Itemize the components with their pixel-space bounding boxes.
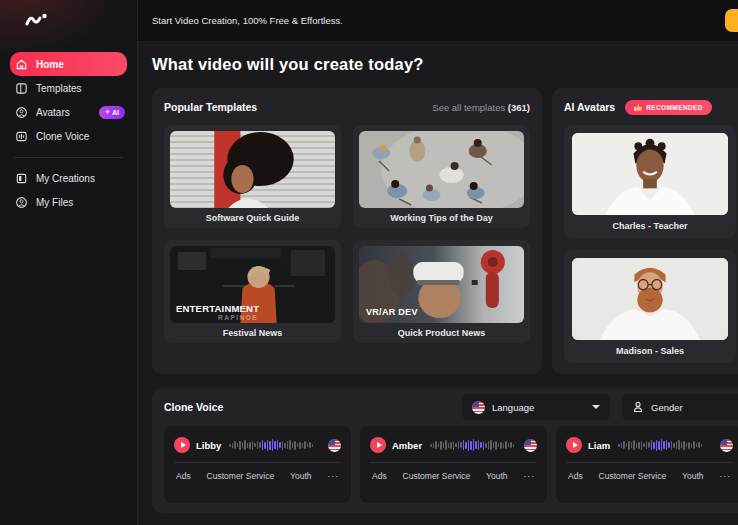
sidebar-item-clone-voice[interactable]: Clone Voice bbox=[0, 124, 137, 148]
voice-tag: Customer Service bbox=[207, 471, 275, 481]
section-title: Clone Voice bbox=[164, 401, 223, 413]
template-caption: Software Quick Guide bbox=[170, 208, 335, 228]
sidebar-item-label: My Creations bbox=[36, 173, 95, 184]
section-title: AI Avatars bbox=[564, 101, 615, 113]
see-all-templates-link[interactable]: See all templates (361) bbox=[432, 102, 530, 113]
voice-tag: Ads bbox=[568, 471, 583, 481]
section-title: Popular Templates bbox=[164, 101, 257, 113]
language-dropdown[interactable]: Language bbox=[462, 394, 610, 420]
sidebar: Home Templates Avatars ✦ AI bbox=[0, 0, 138, 525]
template-grid: Software Quick Guide bbox=[164, 125, 530, 343]
avatar-caption: Madison - Sales bbox=[572, 340, 728, 363]
template-thumbnail: ENTERTAINMENT RAPINOE bbox=[170, 246, 335, 323]
gender-dropdown-label: Gender bbox=[651, 402, 683, 413]
person-icon bbox=[632, 401, 644, 413]
voice-card-amber[interactable]: Amber Ads Customer Service Youth ··· bbox=[360, 426, 547, 503]
template-card-quick-product-news[interactable]: VR/AR DEV Quick Product News bbox=[353, 240, 530, 343]
more-tags-button[interactable]: ··· bbox=[327, 471, 339, 481]
divider bbox=[370, 462, 537, 463]
avatar-grid: Charles - Teacher Mad bbox=[564, 125, 738, 363]
voice-tag: Ads bbox=[372, 471, 387, 481]
thumbnail-overlay-text: VR/AR DEV bbox=[366, 307, 418, 317]
voice-card-row: Libby Ads Customer Service Youth ··· Amb… bbox=[164, 426, 738, 503]
more-tags-button[interactable]: ··· bbox=[719, 471, 731, 481]
sidebar-item-label: Templates bbox=[36, 83, 82, 94]
ai-avatars-panel: AI Avatars RECOMMENDED bbox=[552, 88, 738, 374]
sidebar-item-templates[interactable]: Templates bbox=[0, 76, 137, 100]
sidebar-item-home[interactable]: Home bbox=[10, 52, 127, 76]
template-card-festival-news[interactable]: ENTERTAINMENT RAPINOE Festival News bbox=[164, 240, 341, 343]
template-card-software-quick-guide[interactable]: Software Quick Guide bbox=[164, 125, 341, 228]
templates-icon bbox=[15, 82, 28, 95]
template-caption: Working Tips of the Day bbox=[359, 208, 524, 228]
voice-waveform bbox=[430, 438, 516, 452]
sidebar-item-avatars[interactable]: Avatars ✦ AI bbox=[0, 100, 137, 124]
my-creations-icon bbox=[15, 172, 28, 185]
avatar-card-charles[interactable]: Charles - Teacher bbox=[564, 125, 736, 238]
home-icon bbox=[15, 58, 28, 71]
upgrade-button[interactable] bbox=[725, 9, 738, 32]
voice-card-libby[interactable]: Libby Ads Customer Service Youth ··· bbox=[164, 426, 351, 503]
promo-text: Start Video Creation, 100% Free & Effort… bbox=[152, 15, 343, 26]
clone-voice-panel: Clone Voice Language Gender Libby bbox=[152, 388, 738, 513]
more-tags-button[interactable]: ··· bbox=[523, 471, 535, 481]
template-caption: Quick Product News bbox=[359, 323, 524, 343]
sidebar-item-label: My Files bbox=[36, 197, 73, 208]
page-title: What video will you create today? bbox=[152, 55, 424, 74]
app-logo[interactable] bbox=[23, 9, 53, 31]
voice-tag: Youth bbox=[682, 471, 703, 481]
sidebar-item-label: Avatars bbox=[36, 107, 70, 118]
voice-card-liam[interactable]: Liam Ads Customer Service Youth ··· bbox=[556, 426, 738, 503]
voice-tag: Customer Service bbox=[403, 471, 471, 481]
divider bbox=[174, 462, 341, 463]
voice-name: Libby bbox=[196, 440, 221, 451]
us-flag-icon bbox=[328, 439, 341, 452]
template-thumbnail bbox=[359, 131, 524, 208]
gender-dropdown[interactable]: Gender bbox=[622, 394, 738, 420]
play-button[interactable] bbox=[174, 437, 190, 453]
sparkle-icon: ✦ bbox=[105, 109, 110, 115]
topbar: Start Video Creation, 100% Free & Effort… bbox=[138, 0, 738, 42]
voice-tag: Youth bbox=[486, 471, 507, 481]
clone-voice-header: Clone Voice Language Gender bbox=[164, 398, 738, 416]
play-button[interactable] bbox=[370, 437, 386, 453]
play-button[interactable] bbox=[566, 437, 582, 453]
app-root: Home Templates Avatars ✦ AI bbox=[0, 0, 738, 525]
template-thumbnail bbox=[170, 131, 335, 208]
voice-name: Amber bbox=[392, 440, 422, 451]
us-flag-icon bbox=[472, 401, 485, 414]
sidebar-nav: Home Templates Avatars ✦ AI bbox=[0, 52, 137, 214]
caret-down-icon bbox=[592, 405, 600, 409]
divider bbox=[566, 462, 733, 463]
template-card-working-tips[interactable]: Working Tips of the Day bbox=[353, 125, 530, 228]
recommended-badge: RECOMMENDED bbox=[625, 100, 712, 115]
voice-tag: Youth bbox=[290, 471, 311, 481]
voice-tag: Ads bbox=[176, 471, 191, 481]
sidebar-item-label: Home bbox=[36, 59, 64, 70]
voice-waveform bbox=[618, 438, 712, 452]
sidebar-item-label: Clone Voice bbox=[36, 131, 89, 142]
avatars-icon bbox=[15, 106, 28, 119]
avatar-caption: Charles - Teacher bbox=[572, 215, 728, 238]
us-flag-icon bbox=[524, 439, 537, 452]
avatar-card-madison[interactable]: Madison - Sales bbox=[564, 250, 736, 363]
avatar-image bbox=[572, 258, 728, 340]
clone-voice-icon bbox=[15, 130, 28, 143]
ai-feature-badge: ✦ AI bbox=[99, 106, 125, 119]
us-flag-icon bbox=[720, 439, 733, 452]
thumbnail-overlay-text: ENTERTAINMENT bbox=[176, 303, 259, 314]
ai-avatars-header: AI Avatars RECOMMENDED bbox=[564, 98, 738, 116]
template-thumbnail: VR/AR DEV bbox=[359, 246, 524, 323]
template-caption: Festival News bbox=[170, 323, 335, 343]
sidebar-item-my-creations[interactable]: My Creations bbox=[0, 166, 137, 190]
voice-name: Liam bbox=[588, 440, 610, 451]
popular-templates-header: Popular Templates See all templates (361… bbox=[164, 98, 530, 116]
voice-waveform bbox=[229, 438, 320, 452]
voice-tag: Customer Service bbox=[599, 471, 667, 481]
templates-count: (361) bbox=[508, 102, 530, 113]
logo-wave-icon bbox=[23, 9, 53, 31]
sidebar-item-my-files[interactable]: My Files bbox=[0, 190, 137, 214]
language-dropdown-label: Language bbox=[492, 402, 534, 413]
popular-templates-panel: Popular Templates See all templates (361… bbox=[152, 88, 542, 374]
thumbs-up-icon bbox=[634, 103, 643, 112]
